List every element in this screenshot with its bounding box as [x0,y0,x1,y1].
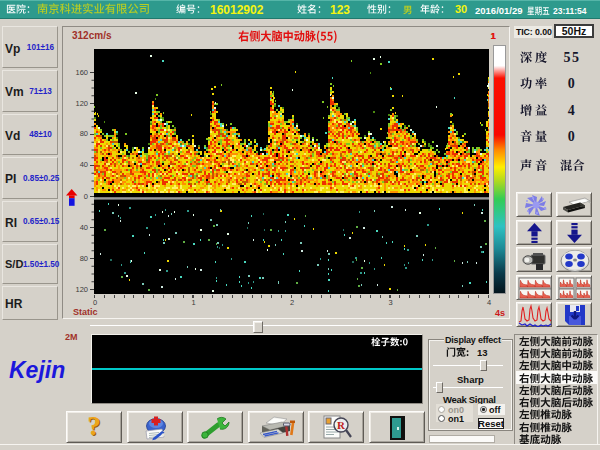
svg-text:R: R [337,419,346,431]
